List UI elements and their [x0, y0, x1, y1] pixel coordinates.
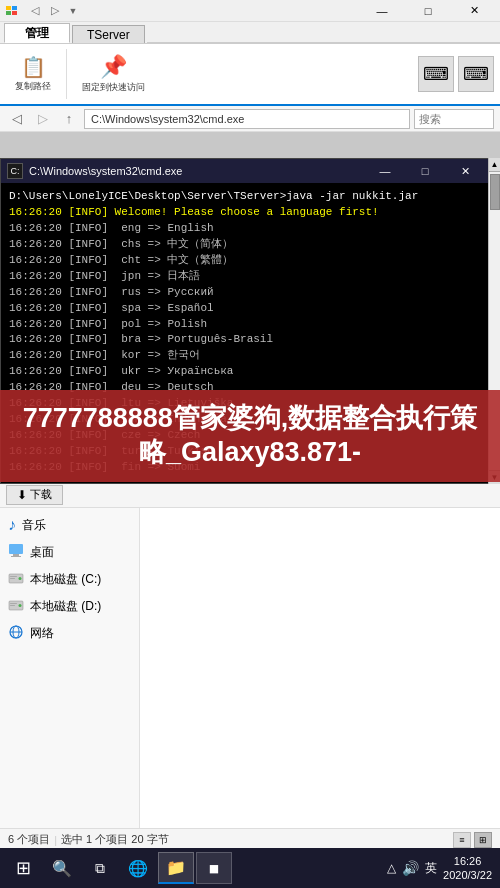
svg-rect-10	[10, 578, 15, 579]
sidebar-item-network[interactable]: 网络	[0, 620, 139, 647]
cmd-title-bar: C: C:\Windows\system32\cmd.exe — □ ✕	[1, 159, 491, 183]
svg-rect-2	[6, 11, 11, 15]
ribbon-separator-1	[66, 49, 67, 99]
cmd-minimize-btn[interactable]: —	[365, 160, 405, 182]
cmd-line-10: 16:26:20 [INFO] kor => 한국어	[9, 348, 483, 364]
quick-access-toolbar: ◁ ▷ ▼ — □ ✕	[0, 0, 500, 22]
view-list-btn[interactable]: ≡	[453, 832, 471, 848]
nav-forward-btn[interactable]: ▷	[32, 109, 54, 129]
clock-time: 16:26	[443, 854, 492, 868]
cmd-line-8: 16:26:20 [INFO] pol => Polish	[9, 317, 483, 333]
ribbon-group-keyboard: ⌨ ⌨	[418, 56, 494, 92]
desktop-icon	[8, 542, 24, 562]
svg-rect-1	[12, 6, 17, 10]
tray-ime-icon[interactable]: 英	[425, 860, 437, 877]
download-btn[interactable]: ⬇ 下载	[6, 485, 63, 505]
clock-date: 2020/3/22	[443, 868, 492, 882]
svg-point-12	[19, 604, 22, 607]
tray-expand-icon[interactable]: △	[387, 861, 396, 875]
sidebar-item-desktop[interactable]: 桌面	[0, 538, 139, 566]
pin-icon: 📌	[100, 54, 127, 80]
taskbar: ⊞ 🔍 ⧉ 🌐 📁 ■ △ 🔊 英 16:26 2020/3/22	[0, 848, 500, 888]
qat-forward-btn[interactable]: ▷	[46, 2, 64, 20]
cmd-line-3: 16:26:20 [INFO] chs => 中文（简体）	[9, 237, 483, 253]
network-icon	[8, 624, 24, 643]
svg-rect-3	[12, 11, 17, 15]
drive-d-icon	[8, 597, 24, 616]
cmd-line-2: 16:26:20 [INFO] eng => English	[9, 221, 483, 237]
fm-status-bar: 6 个项目 | 选中 1 个项目 20 字节 ≡ ⊞	[0, 828, 500, 850]
start-button[interactable]: ⊞	[4, 852, 42, 884]
svg-rect-4	[9, 544, 23, 554]
svg-rect-0	[6, 6, 11, 10]
cmd-line-1: 16:26:20 [INFO] Welcome! Please choose a…	[9, 205, 483, 221]
overlay-banner: 7777788888管家婆狗,数据整合执行策略_Galaxy83.871-	[0, 390, 500, 482]
task-view-button[interactable]: ⧉	[82, 852, 118, 884]
qat-back-btn[interactable]: ◁	[26, 2, 44, 20]
tray-clock[interactable]: 16:26 2020/3/22	[443, 854, 492, 883]
address-bar-row: ◁ ▷ ↑ C:\Windows\system32\cmd.exe	[0, 106, 500, 132]
fm-sidebar: ♪ 音乐 桌面 本地磁盘 (C:)	[0, 508, 140, 828]
sidebar-item-drive-d[interactable]: 本地磁盘 (D:)	[0, 593, 139, 620]
status-right: ≡ ⊞	[453, 832, 492, 848]
sidebar-item-music[interactable]: ♪ 音乐	[0, 512, 139, 538]
cmd-line-7: 16:26:20 [INFO] spa => Español	[9, 301, 483, 317]
file-manager-area: ⬇ 下载 ♪ 音乐 桌面	[0, 482, 500, 850]
explorer-minimize-btn[interactable]: —	[360, 1, 404, 21]
search-button[interactable]: 🔍	[44, 852, 80, 884]
status-separator: |	[54, 834, 57, 846]
app-icon	[4, 3, 20, 19]
ribbon-btn-pin[interactable]: 📌 固定到快速访问	[73, 50, 154, 98]
cmd-line-11: 16:26:20 [INFO] ukr => Українська	[9, 364, 483, 380]
cmd-maximize-btn[interactable]: □	[405, 160, 445, 182]
tab-tserver[interactable]: TServer	[72, 25, 145, 43]
svg-rect-6	[11, 556, 21, 557]
explorer-close-btn[interactable]: ✕	[452, 1, 496, 21]
cmd-line-6: 16:26:20 [INFO] rus => Русский	[9, 285, 483, 301]
system-tray: △ 🔊 英 16:26 2020/3/22	[387, 854, 496, 883]
qat-dropdown-btn[interactable]: ▼	[66, 2, 80, 20]
overlay-text: 7777788888管家婆狗,数据整合执行策略_Galaxy83.871-	[12, 402, 488, 470]
address-bar[interactable]: C:\Windows\system32\cmd.exe	[84, 109, 410, 129]
scroll-up-arrow[interactable]: ▲	[489, 158, 501, 172]
tray-volume-icon[interactable]: 🔊	[402, 860, 419, 876]
svg-rect-9	[10, 576, 17, 577]
nav-up-btn[interactable]: ↑	[58, 109, 80, 129]
scroll-thumb[interactable]	[490, 174, 500, 210]
music-icon: ♪	[8, 516, 16, 534]
ribbon-group-clipboard: 📌 固定到快速访问	[73, 50, 154, 98]
ribbon-btn-copy-path[interactable]: 📋 复制路径	[6, 51, 60, 97]
cmd-line-0: D:\Users\LonelyICE\Desktop\Server\TServe…	[9, 189, 483, 205]
ribbon-body: 📋 复制路径 📌 固定到快速访问 ⌨ ⌨	[0, 44, 500, 106]
tab-management[interactable]: 管理	[4, 23, 70, 43]
cmd-line-4: 16:26:20 [INFO] cht => 中文（繁體）	[9, 253, 483, 269]
fm-main-pane[interactable]	[140, 508, 500, 828]
fm-toolbar: ⬇ 下载	[0, 482, 500, 508]
explorer-maximize-btn[interactable]: □	[406, 1, 450, 21]
sidebar-item-drive-c[interactable]: 本地磁盘 (C:)	[0, 566, 139, 593]
keyboard-icon-1: ⌨	[418, 56, 454, 92]
explorer-taskbar-button[interactable]: 📁	[158, 852, 194, 884]
copy-path-icon: 📋	[21, 55, 46, 79]
view-grid-btn[interactable]: ⊞	[474, 832, 492, 848]
nav-back-btn[interactable]: ◁	[6, 109, 28, 129]
selected-info: 选中 1 个项目 20 字节	[61, 832, 169, 847]
search-input[interactable]	[414, 109, 494, 129]
ribbon-tabs-bar: 管理 TServer	[0, 22, 500, 44]
edge-button[interactable]: 🌐	[120, 852, 156, 884]
keyboard-icon-2: ⌨	[458, 56, 494, 92]
svg-rect-5	[13, 554, 19, 556]
cmd-icon: C:	[7, 163, 23, 179]
svg-rect-13	[10, 603, 17, 604]
cmd-close-btn[interactable]: ✕	[445, 160, 485, 182]
svg-point-8	[19, 577, 22, 580]
svg-rect-14	[10, 605, 15, 606]
fm-content: ♪ 音乐 桌面 本地磁盘 (C:)	[0, 508, 500, 828]
cmd-taskbar-button[interactable]: ■	[196, 852, 232, 884]
ribbon-group-organize: 📋 复制路径	[6, 51, 60, 97]
cmd-line-5: 16:26:20 [INFO] jpn => 日本語	[9, 269, 483, 285]
items-count: 6 个项目	[8, 832, 50, 847]
drive-c-icon	[8, 570, 24, 589]
cmd-line-9: 16:26:20 [INFO] bra => Português-Brasil	[9, 332, 483, 348]
explorer-window-frame: ◁ ▷ ▼ — □ ✕ 管理 TServer 📋 复制路径	[0, 0, 500, 132]
